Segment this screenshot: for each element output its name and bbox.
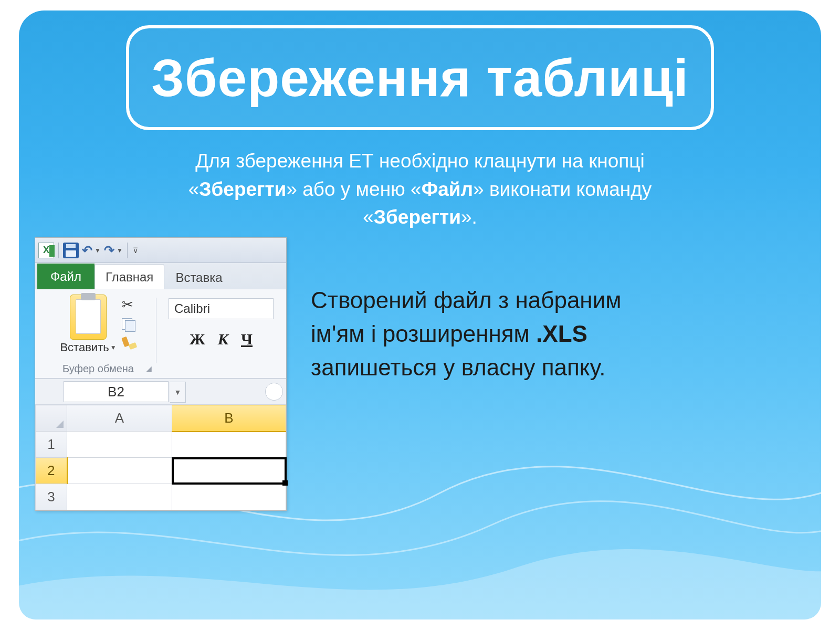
ribbon: Вставить ▼ ✂ Буфер обмена ◢ Calibri — [35, 289, 286, 379]
redo-dropdown-icon[interactable]: ▼ — [117, 247, 123, 254]
redo-icon[interactable]: ↷ — [103, 243, 116, 258]
insert-function-icon[interactable] — [265, 383, 283, 401]
worksheet-grid[interactable]: A B 1 2 3 — [35, 405, 286, 510]
row-header-1[interactable]: 1 — [36, 432, 67, 458]
cell-b3[interactable] — [172, 484, 286, 510]
cell-a3[interactable] — [67, 484, 172, 510]
undo-dropdown-icon[interactable]: ▼ — [94, 247, 101, 254]
column-header-b[interactable]: B — [172, 405, 286, 432]
cell-b2-selected[interactable] — [172, 458, 286, 484]
tab-insert[interactable]: Вставка — [164, 265, 233, 289]
cell-a1[interactable] — [67, 432, 172, 458]
group-caption-clipboard: Буфер обмена — [40, 363, 156, 375]
row-header-2[interactable]: 2 — [36, 458, 67, 484]
chevron-down-icon: ▼ — [110, 344, 117, 351]
separator — [127, 243, 128, 258]
tab-file[interactable]: Файл — [37, 264, 94, 289]
paste-icon[interactable] — [70, 295, 107, 340]
tab-home[interactable]: Главная — [94, 264, 164, 289]
row-header-3[interactable]: 3 — [36, 484, 67, 510]
font-name-selector[interactable]: Calibri — [169, 298, 274, 319]
cut-icon[interactable]: ✂ — [122, 297, 136, 313]
qat-customize-icon[interactable]: ⊽ — [133, 246, 138, 255]
slide-title: Збереження таблиці — [151, 48, 689, 108]
ribbon-group-clipboard: Вставить ▼ ✂ Буфер обмена ◢ — [40, 295, 156, 376]
excel-screenshot: X ↶▼ ↷▼ ⊽ Файл Главная Вставка Вставить — [35, 237, 287, 511]
undo-icon[interactable]: ↶ — [81, 243, 93, 258]
excel-app-icon: X — [38, 243, 54, 258]
format-painter-icon[interactable] — [122, 336, 136, 350]
bold-button[interactable]: Ж — [190, 330, 205, 348]
quick-access-toolbar: X ↶▼ ↷▼ ⊽ — [35, 238, 286, 263]
cell-b1[interactable] — [172, 432, 286, 458]
italic-button[interactable]: К — [218, 330, 228, 348]
formula-bar-row: B2 ▼ — [35, 379, 286, 405]
ribbon-tabs: Файл Главная Вставка — [35, 263, 286, 289]
separator — [58, 243, 59, 258]
save-icon[interactable] — [63, 243, 79, 258]
dialog-launcher-icon[interactable]: ◢ — [146, 364, 152, 373]
slide: Збереження таблиці Для збереження ЕТ нео… — [19, 10, 821, 620]
name-box[interactable]: B2 ▼ — [64, 381, 169, 402]
chevron-down-icon[interactable]: ▼ — [170, 382, 186, 403]
paste-button[interactable]: Вставить ▼ — [60, 341, 116, 354]
underline-button[interactable]: Ч — [241, 330, 253, 348]
subtitle-line1: Для збереження ЕТ необхідно клацнути на … — [195, 150, 645, 172]
title-box: Збереження таблиці — [126, 25, 714, 130]
column-header-a[interactable]: A — [67, 405, 172, 432]
subtitle: Для збереження ЕТ необхідно клацнути на … — [131, 147, 709, 232]
body-paragraph: Створений файл з набраним ім'ям і розшир… — [311, 284, 790, 384]
ribbon-group-font: Calibri Ж К Ч — [156, 295, 286, 376]
cell-a2[interactable] — [67, 458, 172, 484]
select-all-corner[interactable] — [36, 405, 67, 432]
copy-icon[interactable] — [122, 318, 136, 331]
